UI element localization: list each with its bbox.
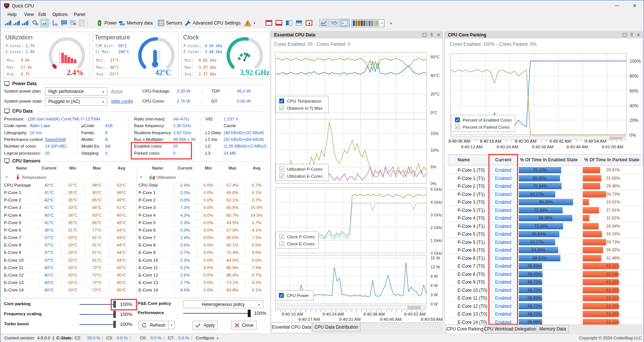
- active-link[interactable]: Active: [111, 89, 123, 93]
- close-panel-icon-r[interactable]: ✕: [637, 32, 640, 38]
- slider-track-2[interactable]: [79, 324, 115, 325]
- legend-item[interactable]: ✓Distance to Tj Max: [276, 104, 328, 112]
- refresh-button[interactable]: Refresh: [139, 321, 169, 329]
- slider-handle-2[interactable]: [113, 321, 116, 328]
- legend-checkbox[interactable]: ✓: [455, 117, 460, 122]
- legend-item[interactable]: ✓Utilization P-Cores: [276, 165, 328, 172]
- core-name: P-Core 2 (T1): [458, 192, 485, 197]
- axis-settings-icon[interactable]: [51, 19, 59, 27]
- pin-panel-icon[interactable]: ⊼: [430, 32, 433, 37]
- legend-item[interactable]: ✓CPU Temperature: [276, 97, 328, 104]
- chart-small-icon[interactable]: [4, 19, 12, 27]
- maximize-panel-icon[interactable]: [423, 33, 426, 37]
- close-panel-button[interactable]: Close: [231, 321, 257, 329]
- sensors-button[interactable]: Sensors: [158, 19, 182, 27]
- chart-large-icon[interactable]: [21, 19, 29, 27]
- memory-data-button[interactable]: Memory data: [118, 19, 153, 27]
- menu-item-help[interactable]: Help: [7, 12, 17, 17]
- performance-handle[interactable]: [248, 310, 251, 317]
- chart-legend-toggle[interactable]: [340, 19, 349, 27]
- legend-checkbox[interactable]: ✓: [279, 106, 284, 110]
- legend-checkbox[interactable]: ✓: [279, 167, 284, 171]
- warning-dropdown-arrow[interactable]: ▼: [253, 22, 256, 25]
- sensor-row-sep: [4, 294, 134, 294]
- legend-checkbox[interactable]: ✓: [279, 174, 284, 178]
- slider-handle-1[interactable]: [113, 311, 116, 318]
- chart-medium-icon[interactable]: [13, 19, 21, 27]
- tab-essential-cpu-data[interactable]: Essential CPU Data: [271, 322, 312, 332]
- menu-item-options[interactable]: Options: [52, 12, 68, 17]
- power-button[interactable]: Power: [96, 19, 117, 27]
- core-name: E-Core 8 (T0): [458, 272, 485, 277]
- menu-item-edit[interactable]: Edit: [38, 12, 46, 17]
- cpu-data-value[interactable]: SpeedShift: [45, 137, 66, 142]
- sensor-group-collapse[interactable]: ˅: [6, 175, 8, 179]
- sensor-group-collapse[interactable]: ˅: [140, 175, 142, 179]
- system-settings-icon[interactable]: [32, 19, 40, 27]
- menu-item-panel[interactable]: Panel: [74, 12, 85, 17]
- palette-extra-arrow[interactable]: ▼: [390, 22, 393, 25]
- scroll-left-arrow[interactable]: ‹: [276, 306, 280, 310]
- scroll-right-arrow[interactable]: ›: [422, 306, 426, 310]
- enabled-pct: 60.27%: [526, 240, 548, 244]
- slider-track-1[interactable]: [79, 314, 115, 315]
- tab-cpu-core-parking[interactable]: CPU Core Parking: [446, 325, 484, 333]
- performance-track[interactable]: [183, 313, 248, 314]
- panel-layout-icon-5[interactable]: [305, 19, 313, 27]
- image-view-icon[interactable]: [40, 19, 49, 27]
- legend-item[interactable]: ✓Clock P-Cores: [276, 233, 318, 240]
- panel-layout-icon-4[interactable]: [295, 19, 303, 27]
- panel-layout-icon-2[interactable]: [275, 19, 283, 27]
- line-chart-toggle-1[interactable]: [319, 19, 329, 27]
- close-panel-icon[interactable]: ✕: [437, 32, 440, 38]
- cpu-data-label4: L1 Ins:: [205, 137, 218, 142]
- apply-button[interactable]: Apply: [192, 321, 218, 329]
- legend-item[interactable]: ✓Percent of Parked Cores: [452, 123, 515, 130]
- menu-item-view[interactable]: View: [24, 12, 34, 17]
- legend-checkbox[interactable]: ✓: [279, 241, 284, 246]
- parking-row: P-Core 3 (T1)Enabled72.39%27.61%: [448, 206, 643, 214]
- sensor-avg: 44°C: [111, 258, 132, 262]
- cpu-sensors-rule: [43, 161, 269, 162]
- scroll-thumb[interactable]: [407, 306, 421, 309]
- comment-icon[interactable]: [60, 19, 68, 27]
- power-plan-select[interactable]: High performance▼: [45, 87, 107, 96]
- refresh-dropdown[interactable]: ▼: [168, 321, 175, 329]
- legend-item[interactable]: ✓Clock E-Cores: [276, 240, 318, 247]
- policy-select[interactable]: Heterogeneous policy▼: [183, 300, 263, 308]
- tab-cpu-data-distribution[interactable]: CPU Data Distribution: [312, 322, 361, 332]
- middle-chart-scrollbar[interactable]: ‹›: [275, 305, 427, 310]
- sensor-name: E-Core 12: [139, 273, 158, 277]
- panel-layout-icon-1[interactable]: [265, 19, 273, 27]
- maximize-panel-icon-r[interactable]: [623, 33, 627, 37]
- legend-item[interactable]: ✓Percent of Enabled Cores: [452, 116, 515, 123]
- sensor-min: 35°C: [62, 198, 83, 202]
- tab-cpu-workload-delegation[interactable]: CPU Workload Delegation: [485, 325, 535, 333]
- sensor-col-header: Max: [88, 166, 106, 170]
- advanced-cpu-settings-button-label: Advanced CPU Settings: [193, 20, 241, 26]
- palette-dropdown[interactable]: ▼: [352, 19, 384, 27]
- legend-checkbox[interactable]: ✓: [455, 125, 460, 129]
- legend-checkbox[interactable]: ✓: [279, 99, 284, 103]
- panel-layout-icon-3[interactable]: [285, 19, 293, 27]
- tab-memory-data[interactable]: Memory Data: [536, 325, 569, 333]
- power-state-select[interactable]: Plugged In (AC)▼: [45, 97, 107, 106]
- advanced-cpu-settings-button[interactable]: Advanced CPU Settings: [185, 19, 241, 27]
- close-button[interactable]: ✕: [629, 0, 640, 11]
- legend-checkbox[interactable]: ✓: [279, 234, 284, 239]
- minimize-button[interactable]: —: [611, 0, 622, 11]
- table-edit-icon[interactable]: [69, 19, 77, 27]
- legend-item[interactable]: ✓Utilization E-Cores: [276, 172, 328, 180]
- cpu-data-value4: 24 MB: [224, 151, 236, 155]
- report-icon[interactable]: [78, 19, 86, 27]
- line-chart-toggle-2[interactable]: [329, 19, 339, 27]
- legend-checkbox[interactable]: ✓: [279, 293, 284, 298]
- warning-icon[interactable]: [244, 19, 252, 27]
- sensor-min: 35°C: [62, 190, 83, 195]
- legend-item[interactable]: ✓CPU Power: [276, 292, 313, 299]
- idle-config-link[interactable]: Iddle config: [111, 99, 133, 103]
- slider-track-0[interactable]: [79, 304, 115, 305]
- scroll-thumb-r[interactable]: [609, 137, 623, 139]
- configure-menu[interactable]: Configure: [196, 336, 214, 340]
- pin-panel-icon-r[interactable]: ⊼: [630, 32, 633, 37]
